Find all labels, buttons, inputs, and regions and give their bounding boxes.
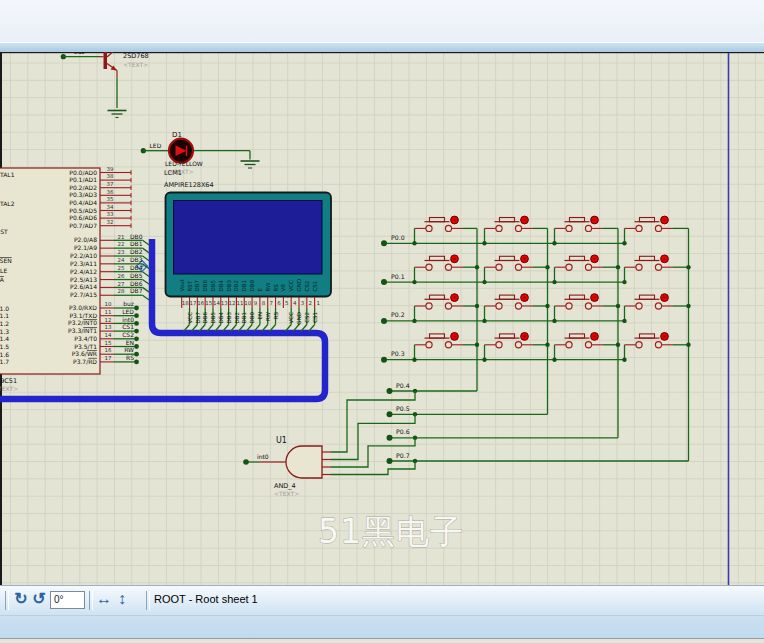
status-toolbar: ↻ ↺ 0° ↔ ↕ ROOT - Root sheet 1	[0, 585, 764, 643]
lcd-pin-name: DB7	[194, 279, 200, 291]
mcu-pin-name: P3.4/T0	[74, 335, 97, 342]
keypad-pushbutton[interactable]	[622, 333, 690, 362]
keypad-pushbutton[interactable]	[412, 333, 479, 362]
lcd-pin-number: 13	[221, 300, 228, 306]
flip-horizontal-icon[interactable]: ↔	[95, 588, 113, 610]
net-label: DB7	[195, 312, 201, 324]
mcu-pin-name: P1.0	[0, 305, 9, 312]
wire-terminal-dot	[381, 279, 387, 285]
wire-terminal-dot	[387, 388, 393, 394]
keypad-pushbutton[interactable]	[552, 294, 620, 323]
col-net-label: P0.7	[396, 452, 410, 459]
mcu-pin-name: XTAL2	[0, 200, 15, 207]
net-label: CS1	[312, 312, 318, 323]
schematic-editor-canvas[interactable]: 51黑电子 89C51 <TEXT> buz	[0, 52, 764, 585]
mcu-pin-name: P0.7/AD7	[69, 222, 97, 229]
lcd-pin-name: DB0	[249, 279, 255, 291]
flip-vertical-icon[interactable]: ↕	[113, 588, 131, 610]
rotation-angle-input[interactable]: 0°	[50, 591, 85, 609]
lcd-ref-label: LCM1	[164, 169, 182, 177]
keypad-pushbutton[interactable]	[482, 216, 547, 245]
col-net-label: P0.6	[396, 428, 410, 435]
mcu-pin-number: 21	[118, 234, 125, 240]
mcu-pin-name: P0.2/AD2	[69, 184, 97, 191]
gate-body	[286, 446, 322, 478]
ground-symbol	[241, 161, 260, 168]
rotate-counterclockwise-icon[interactable]: ↺	[30, 588, 48, 610]
lcd-pin-name: DB2	[233, 280, 239, 292]
net-label: DB5	[130, 272, 143, 279]
bus-tap	[143, 256, 150, 261]
net-label: DB6	[202, 312, 208, 324]
led-d1[interactable]: D1 LED LED-YELLOW <TEXT>	[141, 131, 260, 175]
mcu-pin-name: P0.6/AD6	[69, 214, 97, 221]
mcu-pin-name: P1.5	[0, 343, 9, 350]
net-label: DB6	[130, 280, 143, 287]
wire-terminal-dot	[381, 357, 387, 363]
keypad-pushbutton[interactable]	[412, 216, 477, 245]
mcu-pin-name: P3.7/RD	[73, 358, 97, 365]
mcu-pin-number: 11	[105, 309, 112, 315]
keypad-pushbutton[interactable]	[482, 294, 549, 323]
wire-terminal-dot	[381, 240, 387, 246]
keypad-pushbutton[interactable]	[412, 294, 479, 323]
mcu-pin-number: 26	[118, 273, 125, 279]
rotate-clockwise-icon[interactable]: ↻	[12, 588, 30, 610]
net-label: DB3	[130, 256, 143, 263]
mcu-pin-number: 14	[105, 332, 112, 338]
mcu-pin-name: P2.6/A14	[70, 283, 97, 290]
mcu-pin-name: P3.3/INT1	[68, 327, 97, 334]
wire-terminal-dot	[134, 329, 139, 334]
mcu-pin-name: P2.4/A12	[70, 268, 97, 275]
lcd-pin-name: VCC	[288, 280, 294, 292]
wire-terminal-dot	[134, 336, 139, 341]
net-label: RW	[124, 346, 134, 353]
proteus-window: 51黑电子 89C51 <TEXT> buz	[0, 0, 764, 643]
net-label: DB7	[130, 287, 143, 294]
net-label: VCC	[187, 312, 193, 324]
keypad-pushbutton[interactable]	[482, 255, 549, 284]
and-gate-u1[interactable]: U1 int0 AND_4 <TEXT>	[243, 436, 322, 497]
mcu-text-placeholder: <TEXT>	[0, 385, 18, 392]
lcd-pin-number: 5	[285, 300, 289, 306]
keypad-pushbutton[interactable]	[552, 216, 618, 245]
lcd-module[interactable]: LCM1 AMPIRE128X64 <TEXT>	[164, 169, 331, 297]
mcu-pin-number: 23	[118, 249, 125, 255]
lcd-pin-number: 3	[301, 300, 305, 306]
net-label: DB0	[130, 233, 143, 240]
gate-output-net-label: int0	[257, 453, 269, 460]
mcu-pin-number: 10	[105, 301, 112, 307]
mcu-pin-number: 16	[105, 347, 112, 353]
mcu-pin-name: P0.0/AD0	[69, 169, 97, 176]
lcd-pin-name: E	[257, 288, 263, 292]
orientation-toolbar: ↻ ↺ 0° ↔ ↕ ROOT - Root sheet 1	[0, 586, 764, 616]
net-label: GND	[296, 312, 302, 325]
mcu-pin-name: P3.5/T1	[74, 343, 97, 350]
net-label: DB2	[234, 312, 240, 324]
mcu-pin-number: 15	[105, 340, 112, 346]
lcd-pin-name: RW	[265, 282, 271, 292]
keypad-pushbutton[interactable]	[412, 255, 479, 284]
row-net-label: P0.0	[391, 234, 405, 241]
net-label: DB2	[130, 248, 143, 255]
bottom-panel-strip	[0, 638, 764, 643]
mcu-pin-name: P3.2/INT0	[68, 319, 97, 326]
keypad-pushbutton[interactable]	[622, 294, 690, 323]
mcu-pin-number: 22	[118, 241, 125, 247]
keypad-pushbutton[interactable]	[552, 333, 620, 362]
transistor-2sd768[interactable]: buz 2SD768 <TEXT>	[61, 52, 149, 118]
net-label: RS	[273, 312, 279, 320]
keypad-pushbutton[interactable]	[552, 255, 620, 284]
mcu-pin-number: 25	[118, 265, 125, 271]
lcd-pin-number: 17	[190, 300, 197, 306]
mcu-pin-name: P2.2/A10	[70, 252, 97, 259]
net-label: RW	[265, 311, 271, 321]
toolbar-separator	[146, 591, 150, 610]
keypad-pushbutton[interactable]	[622, 216, 688, 245]
bus-tap	[143, 287, 150, 292]
keypad-pushbutton[interactable]	[482, 333, 549, 362]
keypad-pushbutton[interactable]	[622, 255, 690, 284]
bus-tap	[143, 272, 150, 277]
lcd-pin-number: 4	[293, 300, 297, 306]
lcd-pin-number: 7	[269, 300, 273, 306]
